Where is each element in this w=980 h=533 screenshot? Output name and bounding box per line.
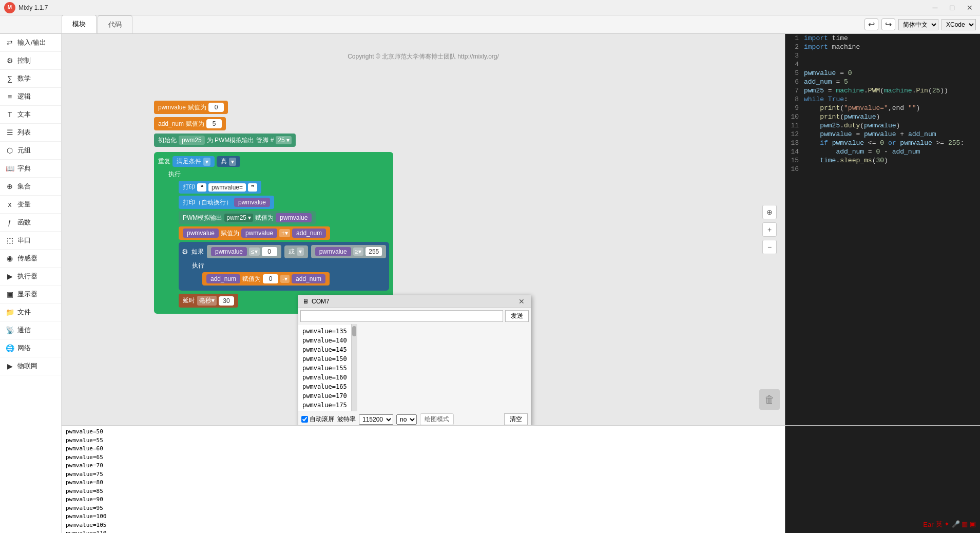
sidebar-item-text[interactable]: T 文本 bbox=[0, 106, 61, 124]
bottom-area: pwmvalue=50pwmvalue=55pwmvalue=60pwmvalu… bbox=[62, 425, 980, 533]
serial-output-line: pwmvalue=140 bbox=[302, 336, 347, 345]
serial-title-text: COM7 bbox=[312, 298, 330, 305]
sidebar-item-display[interactable]: ▣ 显示器 bbox=[0, 285, 61, 303]
block-assign-pwmvalue[interactable]: pwmvalue 赋值为 pwmvalue +▾ add_num bbox=[179, 226, 330, 240]
sidebar-item-net[interactable]: 🌐 网络 bbox=[0, 339, 61, 357]
code-line-3: 3 bbox=[785, 51, 980, 60]
tab-bar: 模块 代码 ↩ ↪ 简体中文 XCode bbox=[0, 15, 980, 34]
editor-select[interactable]: XCode bbox=[941, 19, 976, 30]
sidebar-item-exec[interactable]: ▶ 执行器 bbox=[0, 268, 61, 285]
line-number-2: 2 bbox=[785, 43, 804, 51]
block-gte[interactable]: pwmvalue ≥▾ 255 bbox=[311, 245, 387, 258]
block-print-auto[interactable]: 打印（自动换行） pwmvalue bbox=[179, 196, 274, 209]
undo-btn[interactable]: ↩ bbox=[864, 18, 878, 30]
console-line: pwmvalue=80 bbox=[66, 479, 781, 487]
display-icon: ▣ bbox=[5, 290, 14, 299]
line-code-4 bbox=[804, 61, 980, 68]
line-code-16 bbox=[804, 165, 980, 173]
sidebar-item-list[interactable]: ☰ 列表 bbox=[0, 124, 61, 142]
block-or[interactable]: 或 ▾ bbox=[284, 245, 308, 258]
sidebar-item-control[interactable]: ⚙ 控制 bbox=[0, 52, 61, 70]
redo-btn[interactable]: ↪ bbox=[881, 18, 895, 30]
block-if-outer[interactable]: ⚙ 如果 pwmvalue ≤▾ 0 bbox=[179, 242, 389, 291]
map-controls: ⊕ + − bbox=[762, 205, 777, 254]
brand-text: Ear bbox=[923, 521, 933, 528]
sidebar-item-iot[interactable]: ▶ 物联网 bbox=[0, 357, 61, 375]
block-init[interactable]: 初始化 pwm25 为 PWM模拟输出 管脚 # 25 ▾ bbox=[154, 134, 296, 147]
dict-icon: 📖 bbox=[5, 164, 14, 173]
auto-scroll-checkbox[interactable] bbox=[301, 416, 308, 423]
sidebar-item-logic[interactable]: ≡ 逻辑 bbox=[0, 88, 61, 106]
block-pwmvalue-var[interactable]: pwmvalue bbox=[234, 198, 270, 207]
sidebar-item-func[interactable]: ƒ 函数 bbox=[0, 214, 61, 232]
sidebar-label-dict: 字典 bbox=[17, 164, 31, 173]
sidebar-label-var: 变量 bbox=[17, 200, 31, 209]
list-icon: ☰ bbox=[5, 128, 14, 137]
sidebar-item-io[interactable]: ⇄ 输入/输出 bbox=[0, 34, 61, 52]
app-logo: M bbox=[4, 2, 15, 13]
sidebar-item-comm[interactable]: 📡 通信 bbox=[0, 321, 61, 339]
draw-mode-btn[interactable]: 绘图模式 bbox=[420, 413, 454, 425]
block-canvas[interactable]: Copyright © 北京师范大学傅骞博士团队 http://mixly.or… bbox=[62, 34, 785, 425]
sidebar-label-sensor: 传感器 bbox=[17, 254, 37, 263]
serial-output-line: pwmvalue=135 bbox=[302, 327, 347, 336]
no-select[interactable]: no bbox=[396, 414, 417, 425]
crosshair-btn[interactable]: ⊕ bbox=[762, 205, 777, 219]
serial-output-line: pwmvalue=170 bbox=[302, 391, 347, 401]
close-btn[interactable]: ✕ bbox=[964, 3, 976, 13]
title-left: M Mixly 1.1.7 bbox=[4, 2, 48, 13]
block-true[interactable]: 真 ▾ bbox=[217, 156, 240, 167]
sidebar-item-file[interactable]: 📁 文件 bbox=[0, 303, 61, 321]
serial-output-line: pwmvalue=180 bbox=[302, 410, 347, 411]
tab-code[interactable]: 代码 bbox=[98, 15, 132, 33]
block-assign-addnum[interactable]: add_num 赋值为 0 -▾ add_num bbox=[202, 272, 330, 285]
sidebar-item-var[interactable]: x 变量 bbox=[0, 196, 61, 214]
block-pwmvalue-update: pwmvalue 赋值为 pwmvalue +▾ add_num bbox=[179, 226, 389, 240]
block-condition[interactable]: 满足条件 ▾ bbox=[172, 156, 215, 167]
serial-send-input[interactable] bbox=[300, 310, 503, 322]
block-pwmvalue[interactable]: pwmvalue 赋值为 0 bbox=[154, 101, 228, 114]
baud-select[interactable]: 115200 bbox=[359, 414, 393, 425]
serial-send-btn[interactable]: 发送 bbox=[505, 310, 529, 322]
block-if-header: ⚙ 如果 pwmvalue ≤▾ 0 bbox=[182, 245, 386, 258]
minimize-btn[interactable]: ─ bbox=[930, 3, 941, 13]
code-line-5: 5pwmvalue = 0 bbox=[785, 69, 980, 78]
tab-blocks[interactable]: 模块 bbox=[62, 15, 97, 33]
sidebar-item-serial[interactable]: ⬚ 串口 bbox=[0, 232, 61, 250]
sidebar-label-module: 元组 bbox=[17, 146, 31, 155]
sidebar-item-math[interactable]: ∑ 数学 bbox=[0, 70, 61, 88]
block-pwm-output[interactable]: PWM模拟输出 pwm25 ▾ 赋值为 pwmvalue bbox=[179, 211, 316, 224]
block-lte[interactable]: pwmvalue ≤▾ 0 bbox=[207, 245, 281, 258]
block-addnum[interactable]: add_num 赋值为 5 bbox=[154, 117, 226, 130]
line-code-2: import machine bbox=[804, 43, 980, 51]
line-code-8: while True: bbox=[804, 96, 980, 103]
block-delay-ms[interactable]: 延时 毫秒▾ 30 bbox=[179, 294, 238, 308]
sidebar-label-display: 显示器 bbox=[17, 290, 37, 299]
serial-output-line: pwmvalue=145 bbox=[302, 345, 347, 354]
control-icon: ⚙ bbox=[5, 56, 14, 65]
block-print-str[interactable]: 打印 ❝ pwmvalue= ❞ bbox=[179, 181, 261, 194]
block-repeat-outer[interactable]: 重复 满足条件 ▾ 真 ▾ 执行 bbox=[154, 152, 393, 314]
line-number-13: 13 bbox=[785, 139, 804, 147]
trash-icon[interactable]: 🗑 bbox=[759, 389, 780, 410]
sidebar-label-comm: 通信 bbox=[17, 326, 31, 335]
language-select[interactable]: 简体中文 bbox=[898, 19, 938, 30]
zoom-in-btn[interactable]: + bbox=[762, 222, 777, 237]
maximize-btn[interactable]: □ bbox=[947, 3, 957, 13]
serial-scrollbar[interactable] bbox=[351, 324, 357, 411]
sidebar-item-sensor[interactable]: ◉ 传感器 bbox=[0, 250, 61, 268]
line-code-5: pwmvalue = 0 bbox=[804, 69, 980, 77]
io-icon: ⇄ bbox=[5, 38, 14, 47]
net-icon: 🌐 bbox=[5, 344, 14, 353]
sidebar-label-set: 集合 bbox=[17, 182, 31, 191]
serial-close-btn[interactable]: ✕ bbox=[516, 297, 527, 306]
titlebar: M Mixly 1.1.7 ─ □ ✕ bbox=[0, 0, 980, 15]
sidebar-label-serial: 串口 bbox=[17, 236, 31, 245]
module-icon: ⬡ bbox=[5, 146, 14, 155]
sidebar-label-control: 控制 bbox=[17, 56, 31, 65]
sidebar-item-dict[interactable]: 📖 字典 bbox=[0, 160, 61, 178]
zoom-out-btn[interactable]: − bbox=[762, 240, 777, 254]
sidebar-item-module[interactable]: ⬡ 元组 bbox=[0, 142, 61, 160]
serial-clear-btn[interactable]: 清空 bbox=[504, 413, 528, 425]
sidebar-item-set[interactable]: ⊕ 集合 bbox=[0, 178, 61, 196]
